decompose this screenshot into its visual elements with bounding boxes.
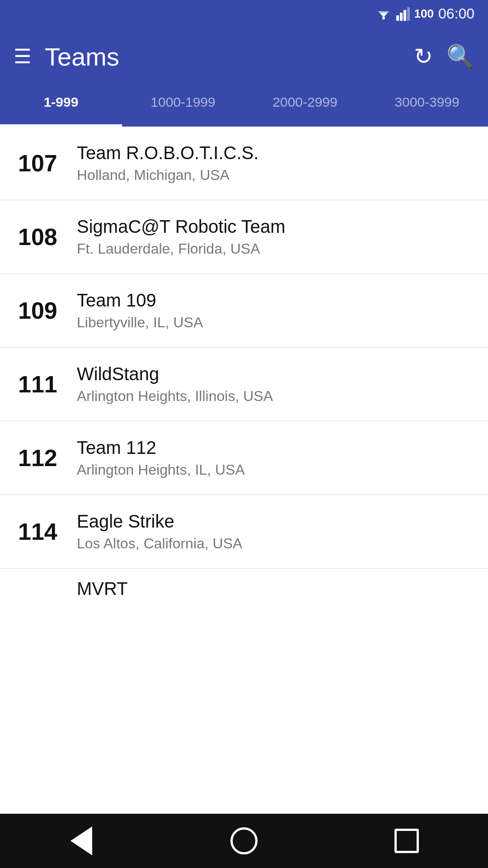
team-location: Holland, Michigan, USA	[77, 167, 470, 184]
team-location: Arlington Heights, Illinois, USA	[77, 388, 470, 405]
team-item[interactable]: 114 Eagle Strike Los Altos, California, …	[0, 495, 488, 569]
hamburger-menu-icon[interactable]: ☰	[14, 47, 31, 66]
team-name: Eagle Strike	[77, 511, 470, 532]
home-button[interactable]	[221, 823, 267, 859]
team-info: Team 112 Arlington Heights, IL, USA	[77, 438, 470, 478]
team-location: Los Altos, California, USA	[77, 535, 470, 552]
team-name: SigmaC@T Robotic Team	[77, 217, 470, 237]
svg-rect-2	[400, 13, 403, 21]
tab-bar: 1-999 1000-1999 2000-2999 3000-3999	[0, 86, 488, 127]
team-info: MVRT	[77, 579, 470, 601]
team-info: Team R.O.B.O.T.I.C.S. Holland, Michigan,…	[77, 143, 470, 184]
search-icon[interactable]: 🔍	[446, 43, 474, 70]
home-icon	[230, 827, 258, 854]
recents-icon	[394, 829, 419, 853]
team-number: 108	[18, 223, 77, 250]
status-time: 06:00	[438, 5, 474, 22]
app-bar: ☰ Teams ↻ 🔍	[0, 27, 488, 86]
team-name: Team R.O.B.O.T.I.C.S.	[77, 143, 470, 163]
team-number: 109	[18, 297, 77, 324]
team-item[interactable]: 109 Team 109 Libertyville, IL, USA	[0, 274, 488, 348]
team-number: 112	[18, 444, 77, 472]
tab-2000-2999[interactable]: 2000-2999	[244, 86, 366, 127]
team-name: WildStang	[77, 364, 470, 384]
tab-1-999[interactable]: 1-999	[0, 86, 122, 127]
svg-rect-1	[396, 15, 399, 21]
team-item[interactable]: 112 Team 112 Arlington Heights, IL, USA	[0, 421, 488, 495]
back-icon	[70, 826, 92, 855]
team-number: 114	[18, 518, 77, 545]
back-button[interactable]	[59, 823, 104, 859]
svg-rect-4	[407, 7, 410, 21]
team-number: 111	[18, 371, 77, 398]
team-name: Team 112	[77, 438, 470, 458]
svg-point-0	[382, 17, 385, 19]
team-item-partial[interactable]: MVRT	[0, 569, 488, 600]
tab-3000-3999[interactable]: 3000-3999	[366, 86, 488, 127]
team-number: 107	[18, 150, 77, 177]
team-name: MVRT	[77, 579, 470, 599]
team-location: Ft. Lauderdale, Florida, USA	[77, 241, 470, 257]
signal-icon	[396, 6, 410, 21]
wifi-icon	[375, 7, 392, 20]
team-list: 107 Team R.O.B.O.T.I.C.S. Holland, Michi…	[0, 127, 488, 814]
team-info: SigmaC@T Robotic Team Ft. Lauderdale, Fl…	[77, 217, 470, 257]
status-icons: 100 06:00	[375, 5, 474, 22]
team-item[interactable]: 108 SigmaC@T Robotic Team Ft. Lauderdale…	[0, 200, 488, 274]
team-info: Team 109 Libertyville, IL, USA	[77, 290, 470, 331]
toolbar-icons: ↻ 🔍	[414, 43, 474, 70]
team-info: Eagle Strike Los Altos, California, USA	[77, 511, 470, 552]
status-bar: 100 06:00	[0, 0, 488, 27]
team-location: Libertyville, IL, USA	[77, 314, 470, 331]
team-location: Arlington Heights, IL, USA	[77, 462, 470, 478]
battery-icon: 100	[414, 7, 434, 21]
refresh-icon[interactable]: ↻	[414, 43, 433, 70]
team-info: WildStang Arlington Heights, Illinois, U…	[77, 364, 470, 405]
page-title: Teams	[45, 42, 414, 71]
recents-button[interactable]	[384, 823, 429, 859]
svg-rect-3	[404, 10, 406, 21]
tab-1000-1999[interactable]: 1000-1999	[122, 86, 244, 127]
team-name: Team 109	[77, 290, 470, 311]
nav-bar	[0, 814, 488, 868]
team-item[interactable]: 111 WildStang Arlington Heights, Illinoi…	[0, 348, 488, 421]
team-item[interactable]: 107 Team R.O.B.O.T.I.C.S. Holland, Michi…	[0, 127, 488, 200]
